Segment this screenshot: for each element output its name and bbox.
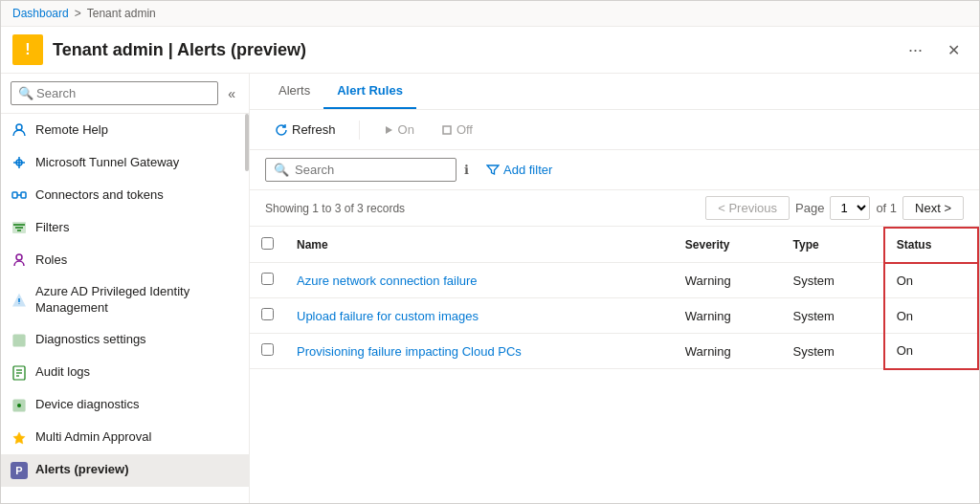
- row-checkbox-3[interactable]: [261, 343, 274, 356]
- tab-alert-rules[interactable]: Alert Rules: [323, 74, 416, 109]
- svg-rect-3: [21, 192, 26, 198]
- info-icon[interactable]: ℹ: [464, 163, 469, 177]
- row-name-link-1[interactable]: Azure network connection failure: [297, 274, 478, 288]
- col-header-checkbox: [250, 228, 285, 263]
- filters-icon: [11, 219, 28, 236]
- header-more-button[interactable]: ···: [901, 36, 930, 64]
- row-checkbox-cell-1: [250, 263, 285, 298]
- col-header-severity: Severity: [674, 228, 782, 263]
- sidebar-item-label-filters: Filters: [35, 220, 69, 236]
- play-icon: [383, 124, 394, 136]
- header-title: Tenant admin | Alerts (preview): [53, 40, 891, 60]
- sidebar-item-device-diag[interactable]: Device diagnostics: [1, 389, 249, 422]
- sidebar-scrollbar: [245, 114, 249, 171]
- table-row: Azure network connection failure Warning…: [250, 263, 978, 298]
- table-row: Upload failure for custom images Warning…: [250, 298, 978, 334]
- sidebar-item-label-diagnostics: Diagnostics settings: [35, 332, 146, 348]
- sidebar-item-label-azure-ad: Azure AD Privileged Identity Management: [35, 284, 239, 317]
- row-checkbox-cell-2: [250, 298, 285, 334]
- content-area: Alerts Alert Rules Refresh: [250, 74, 979, 503]
- page-label: Page: [795, 201, 824, 215]
- page-select[interactable]: 1: [830, 196, 870, 220]
- azure-ad-icon: [11, 292, 28, 309]
- sidebar-item-label-tunnel: Microsoft Tunnel Gateway: [35, 155, 179, 171]
- breadcrumb-dashboard[interactable]: Dashboard: [12, 7, 69, 20]
- main-layout: 🔍 « Remote Help Micros: [1, 74, 979, 503]
- next-button[interactable]: Next >: [902, 196, 964, 220]
- row-name-link-3[interactable]: Provisioning failure impacting Cloud PCs: [297, 344, 522, 359]
- device-diag-icon: [11, 397, 28, 414]
- alerts-icon: P: [11, 462, 28, 479]
- row-status-cell-2: On: [884, 298, 978, 334]
- row-status-cell-1: On: [884, 263, 978, 298]
- add-filter-label: Add filter: [503, 163, 552, 177]
- sidebar-search-container: 🔍 «: [1, 74, 249, 114]
- search-input[interactable]: [295, 163, 448, 177]
- row-checkbox-1[interactable]: [261, 273, 274, 285]
- svg-point-13: [17, 404, 21, 407]
- sidebar-item-alerts[interactable]: P Alerts (preview): [1, 454, 249, 487]
- col-header-name: Name: [285, 228, 674, 263]
- sidebar-item-roles[interactable]: Roles: [1, 244, 249, 276]
- sidebar-collapse-button[interactable]: «: [224, 86, 239, 101]
- off-label: Off: [457, 122, 473, 137]
- sidebar-item-multi-admin[interactable]: Multi Admin Approval: [1, 422, 249, 454]
- sidebar-item-label-connectors: Connectors and tokens: [35, 187, 164, 204]
- select-all-checkbox[interactable]: [261, 237, 274, 250]
- sidebar-item-label-roles: Roles: [35, 252, 67, 269]
- app-container: Dashboard > Tenant admin ! Tenant admin …: [0, 0, 980, 504]
- sidebar-item-connectors[interactable]: Connectors and tokens: [1, 179, 249, 211]
- sidebar-item-label-alerts: Alerts (preview): [35, 462, 129, 478]
- svg-point-0: [16, 124, 22, 130]
- refresh-icon: [275, 123, 288, 137]
- row-type-cell-1: System: [782, 263, 884, 298]
- row-status-cell-3: On: [884, 334, 978, 369]
- header: ! Tenant admin | Alerts (preview) ··· ✕: [1, 27, 979, 74]
- diagnostics-icon: [11, 332, 28, 349]
- off-button[interactable]: Off: [432, 118, 482, 142]
- row-name-cell-2: Upload failure for custom images: [285, 298, 674, 334]
- search-input-wrap: 🔍: [265, 158, 457, 182]
- multi-admin-icon: [11, 429, 28, 447]
- sidebar-item-diagnostics[interactable]: Diagnostics settings: [1, 324, 249, 357]
- sidebar-item-azure-ad[interactable]: Azure AD Privileged Identity Management: [1, 276, 249, 324]
- row-checkbox-2[interactable]: [261, 308, 274, 320]
- tunnel-icon: [11, 154, 28, 171]
- tab-alerts[interactable]: Alerts: [265, 74, 323, 109]
- sidebar-item-filters[interactable]: Filters: [1, 211, 249, 244]
- search-bar: 🔍 ℹ Add filter: [250, 150, 979, 190]
- row-name-link-2[interactable]: Upload failure for custom images: [297, 309, 479, 323]
- audit-icon: [11, 364, 28, 382]
- sidebar-item-remote-help[interactable]: Remote Help: [1, 114, 249, 146]
- remote-help-icon: [11, 121, 28, 139]
- add-filter-button[interactable]: Add filter: [477, 158, 562, 182]
- sidebar-item-audit[interactable]: Audit logs: [1, 357, 249, 389]
- header-icon: !: [12, 34, 43, 65]
- row-type-cell-2: System: [782, 298, 884, 334]
- pagination: < Previous Page 1 of 1 Next >: [705, 196, 964, 220]
- on-button[interactable]: On: [373, 118, 424, 142]
- svg-marker-15: [386, 126, 392, 134]
- sidebar-search-icon: 🔍: [18, 86, 33, 100]
- row-severity-cell-2: Warning: [674, 298, 782, 334]
- sidebar-search-input[interactable]: [11, 81, 218, 105]
- previous-button[interactable]: < Previous: [705, 196, 790, 220]
- connectors-icon: [11, 186, 28, 204]
- sidebar-item-tunnel[interactable]: Microsoft Tunnel Gateway: [1, 146, 249, 179]
- table-wrap: Name Severity Type Status Azure: [250, 227, 979, 503]
- breadcrumb-current: Tenant admin: [87, 7, 156, 20]
- svg-rect-2: [12, 192, 17, 198]
- row-severity-cell-1: Warning: [674, 263, 782, 298]
- col-header-type: Type: [782, 228, 884, 263]
- row-name-cell-1: Azure network connection failure: [285, 263, 674, 298]
- header-close-button[interactable]: ✕: [940, 37, 968, 63]
- toolbar-on-off: On Off: [373, 118, 482, 142]
- roles-icon: [11, 252, 28, 269]
- on-label: On: [398, 122, 414, 137]
- refresh-button[interactable]: Refresh: [265, 118, 345, 142]
- sidebar-item-label-multi-admin: Multi Admin Approval: [35, 429, 151, 446]
- records-count: Showing 1 to 3 of 3 records: [265, 202, 698, 215]
- row-severity-cell-3: Warning: [674, 334, 782, 369]
- col-header-status: Status: [884, 228, 978, 263]
- svg-rect-16: [443, 126, 451, 134]
